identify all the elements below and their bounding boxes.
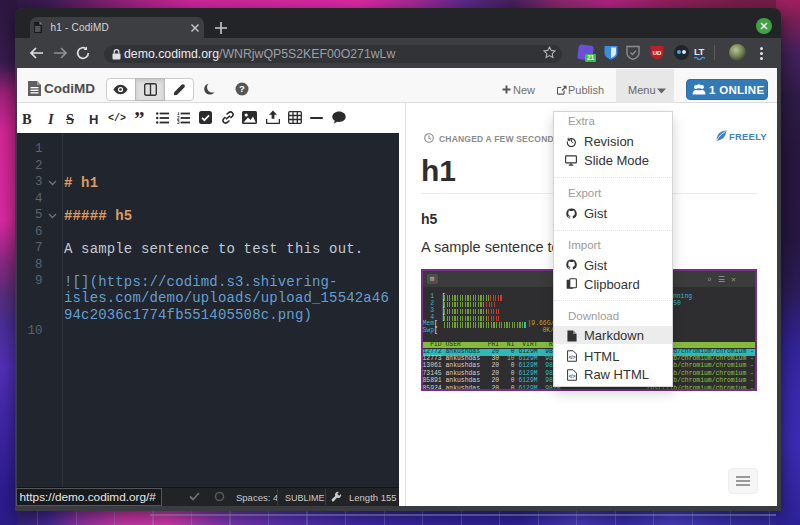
- svg-text:UD: UD: [653, 50, 662, 56]
- svg-text:</>: </>: [569, 374, 576, 379]
- svg-text:?: ?: [239, 83, 245, 94]
- svg-text:</>: </>: [569, 355, 576, 360]
- svg-text:3: 3: [177, 120, 180, 124]
